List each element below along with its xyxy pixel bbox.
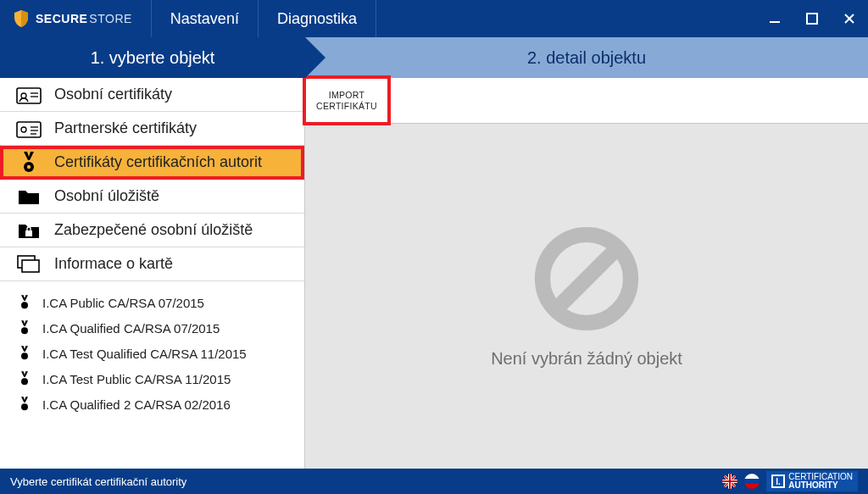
sidebar: Osobní certifikáty Partnerské certifikát… (0, 78, 305, 469)
maximize-button[interactable] (793, 0, 831, 37)
folder-lock-icon (15, 221, 42, 240)
sidebar-item-label: Zabezpečené osobní úložiště (54, 221, 253, 239)
svg-rect-13 (25, 230, 32, 236)
close-icon (843, 13, 855, 25)
sidebar-item-label: Informace o kartě (54, 255, 173, 273)
certificate-item[interactable]: I.CA Qualified 2 CA/RSA 02/2016 (0, 391, 304, 417)
certificate-label: I.CA Test Public CA/RSA 11/2015 (42, 372, 231, 386)
svg-rect-1 (807, 14, 817, 24)
sidebar-item-label: Osobní úložiště (54, 187, 159, 205)
sidebar-item-label: Certifikáty certifikačních autorit (54, 153, 262, 171)
import-label-line2: CERTIFIKÁTU (316, 101, 377, 111)
svg-rect-15 (22, 260, 39, 272)
main-menu: Nastavení Diagnostika (152, 0, 376, 37)
svg-rect-25 (744, 479, 760, 484)
certificate-item[interactable]: I.CA Public CA/RSA 07/2015 (0, 290, 304, 315)
certificate-label: I.CA Public CA/RSA 07/2015 (42, 296, 204, 310)
status-text: Vyberte certifikát certifikační autority (10, 475, 186, 488)
sidebar-item-partner-certs[interactable]: Partnerské certifikáty (0, 112, 304, 146)
no-entry-icon (531, 224, 642, 334)
flag-uk-icon[interactable] (722, 474, 737, 489)
sidebar-item-label: Partnerské certifikáty (54, 119, 197, 137)
sidebar-item-personal-certs[interactable]: Osobní certifikáty (0, 78, 304, 112)
folder-icon (15, 187, 42, 206)
id-card-icon (15, 119, 42, 138)
certificate-list: I.CA Public CA/RSA 07/2015 I.CA Qualifie… (0, 281, 304, 417)
svg-rect-2 (17, 88, 41, 103)
sidebar-item-ca-certs[interactable]: Certifikáty certifikačních autorit (0, 146, 304, 180)
certificate-item[interactable]: I.CA Qualified CA/RSA 07/2015 (0, 315, 304, 341)
maximize-icon (806, 13, 818, 25)
minimize-icon (769, 13, 781, 25)
minimize-button[interactable] (756, 0, 793, 37)
import-label-line1: IMPORT (329, 90, 364, 100)
id-card-icon (15, 86, 42, 104)
close-button[interactable] (831, 0, 868, 37)
svg-point-3 (21, 93, 26, 98)
svg-point-19 (21, 378, 28, 385)
svg-point-12 (27, 164, 31, 168)
certificate-label: I.CA Test Qualified CA/RSA 11/2015 (42, 347, 247, 361)
medal-icon (15, 346, 34, 361)
svg-rect-6 (17, 122, 41, 137)
flag-sk-icon[interactable] (744, 474, 760, 489)
step-1-tab[interactable]: 1. vyberte objekt (0, 37, 305, 78)
svg-point-18 (21, 352, 28, 359)
svg-point-20 (21, 403, 28, 410)
authority-logo-icon: I. (771, 475, 785, 488)
svg-line-22 (558, 250, 615, 308)
svg-rect-0 (770, 21, 780, 23)
sidebar-item-label: Osobní certifikáty (54, 86, 172, 103)
svg-point-7 (21, 127, 26, 132)
empty-state: Není vybrán žádný objekt (305, 124, 868, 469)
medal-icon (15, 152, 42, 174)
menu-diagnostics[interactable]: Diagnostika (259, 0, 376, 37)
detail-toolbar: IMPORT CERTIFIKÁTU (305, 78, 868, 124)
medal-icon (15, 320, 34, 336)
certificate-item[interactable]: I.CA Test Qualified CA/RSA 11/2015 (0, 341, 304, 366)
window-controls (756, 0, 868, 37)
certificate-label: I.CA Qualified CA/RSA 07/2015 (42, 321, 220, 336)
brand: SECURE STORE (0, 0, 152, 37)
menu-settings[interactable]: Nastavení (152, 0, 259, 37)
empty-state-text: Není vybrán žádný objekt (491, 349, 682, 369)
sidebar-item-personal-storage[interactable]: Osobní úložiště (0, 180, 304, 214)
windows-icon (15, 255, 42, 274)
import-certificate-button[interactable]: IMPORT CERTIFIKÁTU (305, 78, 388, 123)
svg-rect-26 (744, 484, 760, 489)
shield-icon (14, 10, 29, 27)
brand-light: STORE (89, 12, 131, 25)
sidebar-item-card-info[interactable]: Informace o kartě (0, 247, 304, 281)
certificate-item[interactable]: I.CA Test Public CA/RSA 11/2015 (0, 366, 304, 391)
svg-rect-24 (744, 474, 760, 479)
step-2-tab[interactable]: 2. detail objektu (305, 37, 868, 78)
svg-point-17 (21, 327, 28, 334)
medal-icon (15, 371, 34, 386)
certificate-label: I.CA Qualified 2 CA/RSA 02/2016 (42, 397, 231, 412)
detail-pane: IMPORT CERTIFIKÁTU Není vybrán žádný obj… (305, 78, 868, 469)
brand-strong: SECURE (36, 12, 87, 25)
sidebar-item-secure-storage[interactable]: Zabezpečené osobní úložiště (0, 214, 304, 247)
svg-point-16 (21, 302, 28, 308)
authority-line2: AUTHORITY (788, 481, 853, 490)
certification-authority-badge: I. CERTIFICATION AUTHORITY (766, 471, 858, 491)
svg-text:I.: I. (776, 477, 781, 486)
medal-icon (15, 295, 34, 310)
medal-icon (15, 397, 34, 412)
